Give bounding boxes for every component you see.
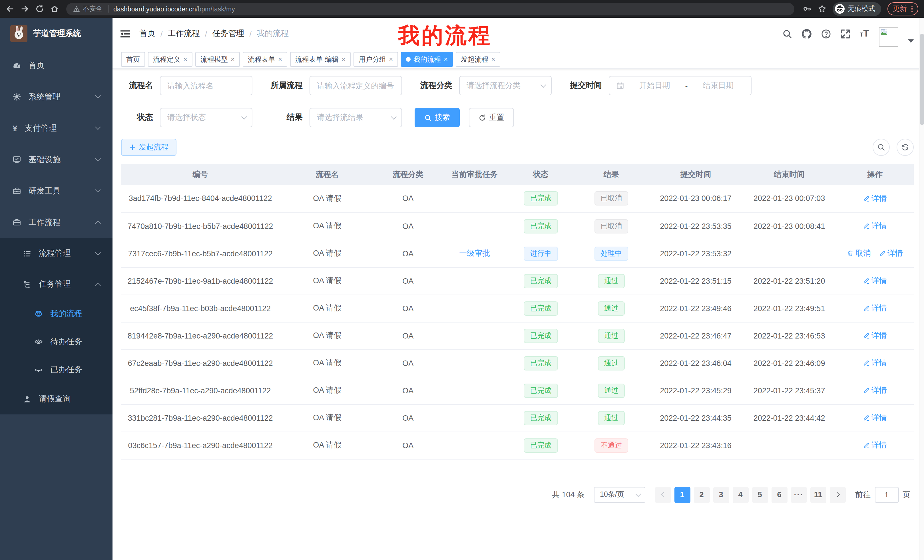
home-icon[interactable] xyxy=(50,4,59,13)
browser-menu-icon[interactable] xyxy=(911,6,913,12)
sidebar-submenu: 流程管理任务管理我的流程待办任务已办任务请假查询 xyxy=(0,238,112,415)
close-tab-icon[interactable]: × xyxy=(389,56,393,63)
submit-time-range-picker[interactable]: 开始日期 - 结束日期 xyxy=(609,76,752,95)
process-definition-input[interactable] xyxy=(309,76,402,95)
sidebar-item-todo-task[interactable]: 待办任务 xyxy=(0,328,112,356)
cell-submit-time: 2022-01-22 23:43:16 xyxy=(649,431,742,459)
detail-link[interactable]: 详情 xyxy=(863,413,887,423)
sidebar-item-infrastructure[interactable]: 基础设施 xyxy=(0,144,112,175)
sidebar-item-done-task[interactable]: 已办任务 xyxy=(0,356,112,383)
tab-home[interactable]: 首页 xyxy=(121,52,145,67)
detail-link[interactable]: 详情 xyxy=(863,440,887,451)
close-tab-icon[interactable]: × xyxy=(183,56,188,63)
show-search-button[interactable] xyxy=(873,139,890,156)
tab-process-definition[interactable]: 流程定义× xyxy=(148,52,192,67)
address-bar[interactable]: 不安全 dashboard.yudao.iocoder.cn/bpm/task/… xyxy=(66,3,794,15)
status-select[interactable]: 请选择状态 xyxy=(160,108,252,127)
sidebar-item-dev-tools[interactable]: 研发工具 xyxy=(0,175,112,207)
tab-process-model[interactable]: 流程模型× xyxy=(195,52,240,67)
eye-closed-icon xyxy=(34,365,43,374)
tab-start-process[interactable]: 发起流程× xyxy=(456,52,500,67)
avatar-dropdown-icon[interactable] xyxy=(908,39,914,43)
page-button-4[interactable]: 4 xyxy=(732,487,748,503)
detail-label: 详情 xyxy=(872,358,887,368)
process-category-select[interactable]: 请选择流程分类 xyxy=(459,76,552,95)
table-row: 03c6c157-7b9a-11ec-a290-acde48001122OA 请… xyxy=(121,431,914,459)
app-logo-row[interactable]: 芋道管理系统 xyxy=(0,18,112,49)
search-icon[interactable] xyxy=(782,29,792,39)
collapse-sidebar-icon[interactable] xyxy=(120,29,130,39)
font-size-icon[interactable]: TT xyxy=(860,28,869,39)
close-tab-icon[interactable]: × xyxy=(342,56,345,63)
cell-end-time-text: 2022-01-22 23:45:37 xyxy=(753,386,825,395)
page-button-6[interactable]: 6 xyxy=(771,487,787,503)
sidebar-item-payment-manage[interactable]: ¥支付管理 xyxy=(0,112,112,144)
update-button[interactable]: 更新 xyxy=(887,2,918,15)
cell-task-text[interactable]: 一级审批 xyxy=(459,249,490,258)
detail-link[interactable]: 详情 xyxy=(863,303,887,313)
detail-link[interactable]: 详情 xyxy=(879,248,903,259)
reset-button[interactable]: 重置 xyxy=(469,108,514,127)
tab-my-process[interactable]: 我的流程× xyxy=(401,52,453,67)
page-button-2[interactable]: 2 xyxy=(694,487,710,503)
close-tab-icon[interactable]: × xyxy=(444,56,448,63)
sidebar-item-my-process[interactable]: 我的流程 xyxy=(0,300,112,328)
pager-next[interactable] xyxy=(830,487,846,503)
start-process-button[interactable]: 发起流程 xyxy=(121,139,177,156)
sidebar-item-process-manage[interactable]: 流程管理 xyxy=(0,238,112,269)
detail-link[interactable]: 详情 xyxy=(863,276,887,286)
incognito-badge: 无痕模式 xyxy=(832,2,881,16)
cell-actions: 详情 xyxy=(836,213,914,240)
sidebar-item-leave-query[interactable]: 请假查询 xyxy=(0,383,112,415)
cancel-link[interactable]: 取消 xyxy=(847,248,871,259)
tab-process-form[interactable]: 流程表单× xyxy=(243,52,287,67)
breadcrumb-item[interactable]: 工作流程 xyxy=(168,28,200,39)
refresh-table-button[interactable] xyxy=(897,139,914,156)
cell-end-time-text: 2022-01-22 23:51:20 xyxy=(753,277,825,285)
detail-link[interactable]: 详情 xyxy=(863,331,887,341)
bookmark-star-icon[interactable] xyxy=(818,4,826,13)
page-button-3[interactable]: 3 xyxy=(713,487,729,503)
chevron-down-icon xyxy=(540,82,546,88)
breadcrumb-item[interactable]: 任务管理 xyxy=(213,28,244,39)
reload-icon[interactable] xyxy=(35,4,44,13)
process-name-input[interactable] xyxy=(160,76,252,95)
back-icon[interactable] xyxy=(6,4,14,13)
tab-process-form-edit[interactable]: 流程表单-编辑× xyxy=(290,52,351,67)
detail-link[interactable]: 详情 xyxy=(863,221,887,231)
search-button[interactable]: 搜索 xyxy=(415,108,460,127)
detail-link[interactable]: 详情 xyxy=(863,193,887,204)
sidebar-item-home[interactable]: 首页 xyxy=(0,49,112,81)
page-button-1[interactable]: 1 xyxy=(674,487,690,503)
forward-icon[interactable] xyxy=(21,4,29,13)
sidebar-item-workflow[interactable]: 工作流程 xyxy=(0,207,112,238)
page-button-11[interactable]: 11 xyxy=(810,487,826,503)
pager-prev[interactable] xyxy=(655,487,671,503)
sidebar-item-task-manage[interactable]: 任务管理 xyxy=(0,269,112,300)
scrollbar-thumb[interactable] xyxy=(920,34,924,125)
yen-icon: ¥ xyxy=(13,123,17,133)
pager-ellipsis[interactable]: ··· xyxy=(790,487,807,503)
window-scrollbar[interactable] xyxy=(919,18,924,560)
fullscreen-icon[interactable] xyxy=(840,29,850,39)
detail-link[interactable]: 详情 xyxy=(863,385,887,395)
sidebar-item-system-manage[interactable]: 系统管理 xyxy=(0,81,112,112)
goto-page-input[interactable] xyxy=(874,487,898,503)
key-icon[interactable] xyxy=(802,4,811,13)
close-tab-icon[interactable]: × xyxy=(491,56,495,63)
help-icon[interactable] xyxy=(821,29,831,39)
result-select[interactable]: 请选择流结果 xyxy=(309,108,402,127)
close-tab-icon[interactable]: × xyxy=(231,56,235,63)
table-row: 331bc281-7b9a-11ec-a290-acde48001122OA 请… xyxy=(121,404,914,431)
chevron-left-icon xyxy=(661,492,666,497)
cell-task xyxy=(441,404,508,431)
close-tab-icon[interactable]: × xyxy=(278,56,282,63)
breadcrumb-item[interactable]: 首页 xyxy=(140,28,155,39)
github-icon[interactable] xyxy=(801,29,811,39)
page-button-5[interactable]: 5 xyxy=(752,487,768,503)
detail-link[interactable]: 详情 xyxy=(863,358,887,368)
cell-actions: 详情 xyxy=(836,377,914,404)
tab-user-group[interactable]: 用户分组× xyxy=(354,52,398,67)
page-size-select[interactable]: 10条/页 xyxy=(594,487,645,503)
avatar[interactable] xyxy=(879,27,898,47)
